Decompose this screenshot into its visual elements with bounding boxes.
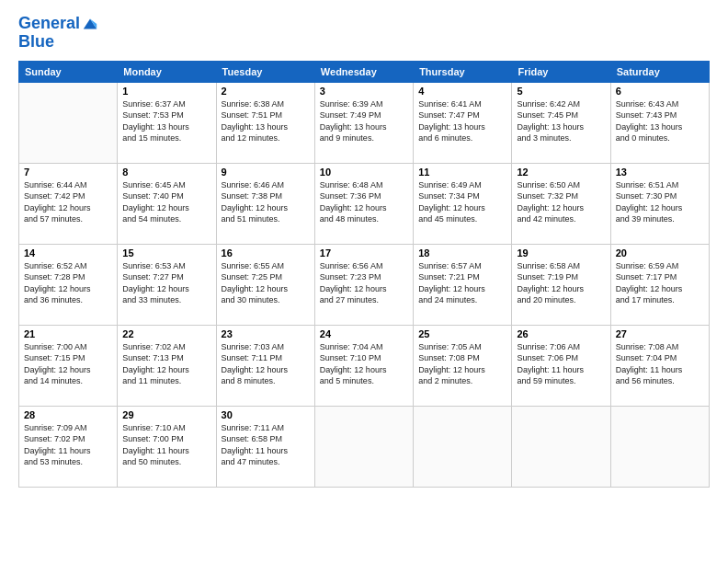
logo-icon bbox=[82, 16, 98, 32]
calendar-week-1: 1Sunrise: 6:37 AM Sunset: 7:53 PM Daylig… bbox=[19, 82, 710, 163]
day-number: 27 bbox=[616, 328, 704, 339]
day-info: Sunrise: 7:09 AM Sunset: 7:02 PM Dayligh… bbox=[24, 422, 112, 468]
day-number: 16 bbox=[222, 247, 310, 259]
day-info: Sunrise: 6:43 AM Sunset: 7:43 PM Dayligh… bbox=[616, 98, 704, 144]
day-number: 6 bbox=[616, 86, 704, 97]
day-number: 26 bbox=[517, 328, 605, 339]
day-number: 25 bbox=[418, 328, 506, 339]
day-number: 1 bbox=[122, 86, 210, 97]
calendar-cell bbox=[512, 406, 610, 487]
calendar-cell bbox=[314, 406, 413, 487]
day-info: Sunrise: 6:56 AM Sunset: 7:23 PM Dayligh… bbox=[320, 260, 408, 306]
calendar-cell: 30Sunrise: 7:11 AM Sunset: 6:58 PM Dayli… bbox=[216, 406, 314, 487]
calendar-cell: 21Sunrise: 7:00 AM Sunset: 7:15 PM Dayli… bbox=[19, 325, 118, 406]
day-info: Sunrise: 7:02 AM Sunset: 7:13 PM Dayligh… bbox=[122, 341, 210, 387]
calendar-cell: 20Sunrise: 6:59 AM Sunset: 7:17 PM Dayli… bbox=[610, 244, 709, 325]
day-number: 28 bbox=[24, 409, 112, 420]
calendar-cell: 15Sunrise: 6:53 AM Sunset: 7:27 PM Dayli… bbox=[118, 244, 216, 325]
column-header-saturday: Saturday bbox=[610, 61, 709, 82]
column-header-sunday: Sunday bbox=[19, 61, 118, 82]
logo: General Blue bbox=[18, 15, 98, 52]
day-number: 21 bbox=[24, 328, 112, 339]
day-info: Sunrise: 6:41 AM Sunset: 7:47 PM Dayligh… bbox=[418, 98, 506, 144]
calendar-cell: 14Sunrise: 6:52 AM Sunset: 7:28 PM Dayli… bbox=[19, 244, 118, 325]
day-info: Sunrise: 7:11 AM Sunset: 6:58 PM Dayligh… bbox=[222, 422, 310, 468]
calendar-cell: 18Sunrise: 6:57 AM Sunset: 7:21 PM Dayli… bbox=[414, 244, 512, 325]
day-number: 9 bbox=[222, 167, 310, 178]
day-number: 19 bbox=[517, 247, 605, 259]
calendar-cell: 28Sunrise: 7:09 AM Sunset: 7:02 PM Dayli… bbox=[19, 406, 118, 487]
calendar-cell: 22Sunrise: 7:02 AM Sunset: 7:13 PM Dayli… bbox=[118, 325, 216, 406]
day-info: Sunrise: 7:10 AM Sunset: 7:00 PM Dayligh… bbox=[122, 422, 210, 468]
day-info: Sunrise: 7:03 AM Sunset: 7:11 PM Dayligh… bbox=[222, 341, 310, 387]
day-number: 4 bbox=[418, 86, 506, 97]
calendar-cell: 12Sunrise: 6:50 AM Sunset: 7:32 PM Dayli… bbox=[512, 163, 610, 244]
day-info: Sunrise: 6:50 AM Sunset: 7:32 PM Dayligh… bbox=[517, 179, 605, 225]
calendar-week-3: 14Sunrise: 6:52 AM Sunset: 7:28 PM Dayli… bbox=[19, 244, 710, 325]
day-number: 18 bbox=[418, 247, 506, 259]
calendar-cell: 9Sunrise: 6:46 AM Sunset: 7:38 PM Daylig… bbox=[216, 163, 314, 244]
day-info: Sunrise: 7:00 AM Sunset: 7:15 PM Dayligh… bbox=[24, 341, 112, 387]
calendar-cell: 6Sunrise: 6:43 AM Sunset: 7:43 PM Daylig… bbox=[610, 82, 709, 163]
calendar-cell: 4Sunrise: 6:41 AM Sunset: 7:47 PM Daylig… bbox=[414, 82, 512, 163]
day-info: Sunrise: 6:59 AM Sunset: 7:17 PM Dayligh… bbox=[616, 260, 704, 306]
column-header-monday: Monday bbox=[118, 61, 216, 82]
day-number: 8 bbox=[122, 167, 210, 178]
day-number: 11 bbox=[418, 167, 506, 178]
calendar-header-row: SundayMondayTuesdayWednesdayThursdayFrid… bbox=[19, 61, 710, 82]
calendar-cell: 5Sunrise: 6:42 AM Sunset: 7:45 PM Daylig… bbox=[512, 82, 610, 163]
calendar-cell bbox=[610, 406, 709, 487]
day-info: Sunrise: 6:55 AM Sunset: 7:25 PM Dayligh… bbox=[222, 260, 310, 306]
day-info: Sunrise: 6:49 AM Sunset: 7:34 PM Dayligh… bbox=[418, 179, 506, 225]
calendar-cell bbox=[19, 82, 118, 163]
calendar-table: SundayMondayTuesdayWednesdayThursdayFrid… bbox=[18, 61, 710, 488]
calendar-cell: 23Sunrise: 7:03 AM Sunset: 7:11 PM Dayli… bbox=[216, 325, 314, 406]
day-info: Sunrise: 6:58 AM Sunset: 7:19 PM Dayligh… bbox=[517, 260, 605, 306]
day-info: Sunrise: 6:39 AM Sunset: 7:49 PM Dayligh… bbox=[320, 98, 408, 144]
day-info: Sunrise: 7:08 AM Sunset: 7:04 PM Dayligh… bbox=[616, 341, 704, 387]
calendar-cell: 19Sunrise: 6:58 AM Sunset: 7:19 PM Dayli… bbox=[512, 244, 610, 325]
day-info: Sunrise: 7:06 AM Sunset: 7:06 PM Dayligh… bbox=[517, 341, 605, 387]
column-header-friday: Friday bbox=[512, 61, 610, 82]
day-number: 3 bbox=[320, 86, 408, 97]
day-number: 7 bbox=[24, 167, 112, 178]
column-header-thursday: Thursday bbox=[414, 61, 512, 82]
calendar-cell: 11Sunrise: 6:49 AM Sunset: 7:34 PM Dayli… bbox=[414, 163, 512, 244]
logo-text-line1: General bbox=[18, 15, 80, 33]
day-number: 24 bbox=[320, 328, 408, 339]
day-info: Sunrise: 6:51 AM Sunset: 7:30 PM Dayligh… bbox=[616, 179, 704, 225]
day-number: 23 bbox=[222, 328, 310, 339]
calendar-cell: 8Sunrise: 6:45 AM Sunset: 7:40 PM Daylig… bbox=[118, 163, 216, 244]
calendar-week-4: 21Sunrise: 7:00 AM Sunset: 7:15 PM Dayli… bbox=[19, 325, 710, 406]
calendar-week-2: 7Sunrise: 6:44 AM Sunset: 7:42 PM Daylig… bbox=[19, 163, 710, 244]
calendar-cell: 17Sunrise: 6:56 AM Sunset: 7:23 PM Dayli… bbox=[314, 244, 413, 325]
calendar-cell: 13Sunrise: 6:51 AM Sunset: 7:30 PM Dayli… bbox=[610, 163, 709, 244]
page: General Blue SundayMondayTuesdayWednesda… bbox=[0, 0, 728, 563]
day-info: Sunrise: 6:38 AM Sunset: 7:51 PM Dayligh… bbox=[222, 98, 310, 144]
day-number: 22 bbox=[122, 328, 210, 339]
calendar-cell: 26Sunrise: 7:06 AM Sunset: 7:06 PM Dayli… bbox=[512, 325, 610, 406]
calendar-cell: 3Sunrise: 6:39 AM Sunset: 7:49 PM Daylig… bbox=[314, 82, 413, 163]
calendar-cell: 16Sunrise: 6:55 AM Sunset: 7:25 PM Dayli… bbox=[216, 244, 314, 325]
day-number: 5 bbox=[517, 86, 605, 97]
day-number: 15 bbox=[122, 247, 210, 259]
day-info: Sunrise: 6:44 AM Sunset: 7:42 PM Dayligh… bbox=[24, 179, 112, 225]
day-info: Sunrise: 7:05 AM Sunset: 7:08 PM Dayligh… bbox=[418, 341, 506, 387]
calendar-cell: 27Sunrise: 7:08 AM Sunset: 7:04 PM Dayli… bbox=[610, 325, 709, 406]
calendar-week-5: 28Sunrise: 7:09 AM Sunset: 7:02 PM Dayli… bbox=[19, 406, 710, 487]
day-number: 14 bbox=[24, 247, 112, 259]
day-number: 10 bbox=[320, 167, 408, 178]
day-info: Sunrise: 6:53 AM Sunset: 7:27 PM Dayligh… bbox=[122, 260, 210, 306]
day-info: Sunrise: 6:37 AM Sunset: 7:53 PM Dayligh… bbox=[122, 98, 210, 144]
logo-text-line2: Blue bbox=[18, 33, 98, 52]
calendar-cell: 1Sunrise: 6:37 AM Sunset: 7:53 PM Daylig… bbox=[118, 82, 216, 163]
day-number: 30 bbox=[222, 409, 310, 420]
day-info: Sunrise: 7:04 AM Sunset: 7:10 PM Dayligh… bbox=[320, 341, 408, 387]
header: General Blue bbox=[18, 15, 710, 52]
day-info: Sunrise: 6:46 AM Sunset: 7:38 PM Dayligh… bbox=[222, 179, 310, 225]
day-number: 12 bbox=[517, 167, 605, 178]
day-number: 17 bbox=[320, 247, 408, 259]
column-header-wednesday: Wednesday bbox=[314, 61, 413, 82]
day-info: Sunrise: 6:42 AM Sunset: 7:45 PM Dayligh… bbox=[517, 98, 605, 144]
calendar-cell: 10Sunrise: 6:48 AM Sunset: 7:36 PM Dayli… bbox=[314, 163, 413, 244]
